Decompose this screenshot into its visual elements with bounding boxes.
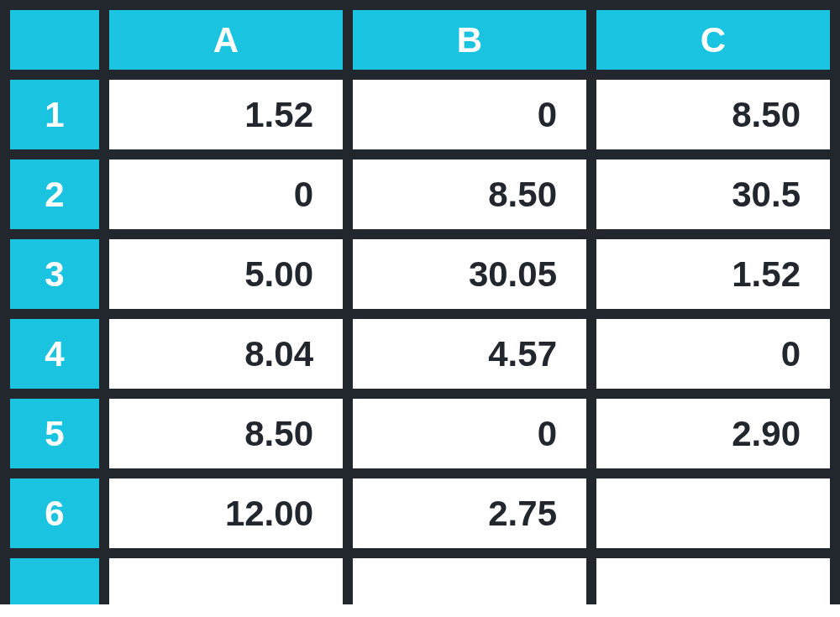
cell-c7[interactable]: [596, 558, 840, 604]
cell-a7[interactable]: [109, 558, 353, 604]
table-row: 6 12.00 2.75: [0, 478, 840, 558]
column-header-row: A B C: [0, 0, 840, 80]
cell-b4[interactable]: 4.57: [353, 319, 596, 399]
corner-cell[interactable]: [0, 0, 109, 80]
column-header-b[interactable]: B: [353, 0, 596, 80]
cell-b5[interactable]: 0: [353, 399, 596, 478]
row-header-1[interactable]: 1: [0, 80, 109, 159]
cell-b1[interactable]: 0: [353, 80, 596, 159]
cell-a2[interactable]: 0: [109, 159, 353, 239]
cell-a4[interactable]: 8.04: [109, 319, 353, 399]
table-row: 5 8.50 0 2.90: [0, 399, 840, 478]
row-header-6[interactable]: 6: [0, 478, 109, 558]
cell-c6[interactable]: [596, 478, 840, 558]
cell-a6[interactable]: 12.00: [109, 478, 353, 558]
cell-b6[interactable]: 2.75: [353, 478, 596, 558]
cell-b3[interactable]: 30.05: [353, 239, 596, 319]
row-header-5[interactable]: 5: [0, 399, 109, 478]
column-header-c[interactable]: C: [596, 0, 840, 80]
row-header-7[interactable]: [0, 558, 109, 604]
table-row: 4 8.04 4.57 0: [0, 319, 840, 399]
table-row: 1 1.52 0 8.50: [0, 80, 840, 159]
cell-b7[interactable]: [353, 558, 596, 604]
column-header-a[interactable]: A: [109, 0, 353, 80]
cell-c1[interactable]: 8.50: [596, 80, 840, 159]
spreadsheet-table: A B C 1 1.52 0 8.50 2 0 8.50 30.5 3 5.00…: [0, 0, 840, 604]
cell-c3[interactable]: 1.52: [596, 239, 840, 319]
table-row: [0, 558, 840, 604]
cell-a3[interactable]: 5.00: [109, 239, 353, 319]
table-row: 2 0 8.50 30.5: [0, 159, 840, 239]
row-header-4[interactable]: 4: [0, 319, 109, 399]
row-header-3[interactable]: 3: [0, 239, 109, 319]
cell-b2[interactable]: 8.50: [353, 159, 596, 239]
row-header-2[interactable]: 2: [0, 159, 109, 239]
cell-a5[interactable]: 8.50: [109, 399, 353, 478]
cell-c4[interactable]: 0: [596, 319, 840, 399]
cell-a1[interactable]: 1.52: [109, 80, 353, 159]
cell-c2[interactable]: 30.5: [596, 159, 840, 239]
table-row: 3 5.00 30.05 1.52: [0, 239, 840, 319]
cell-c5[interactable]: 2.90: [596, 399, 840, 478]
